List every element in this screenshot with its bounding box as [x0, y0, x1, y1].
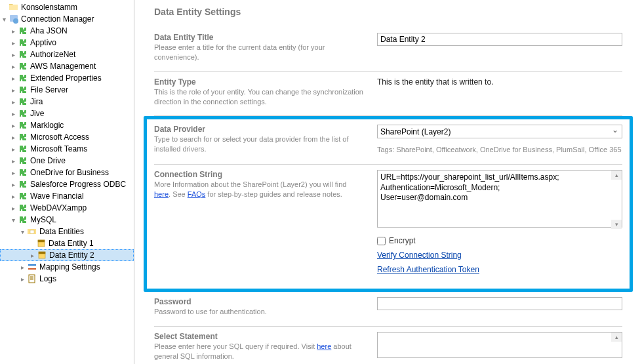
connection-icon — [18, 167, 28, 178]
tree-connection[interactable]: One Drive — [0, 155, 134, 167]
expand-icon[interactable] — [9, 204, 17, 212]
connstr-desc: More Information about the SharePoint (L… — [154, 180, 364, 199]
connstr-heading: Connection String — [154, 170, 364, 179]
tree-connection[interactable]: MySQL — [0, 214, 134, 226]
tree-connection-manager[interactable]: Connection Manager — [0, 13, 134, 25]
connection-icon — [18, 49, 28, 60]
connection-icon — [18, 203, 28, 213]
tree-entity-1[interactable]: Data Entity 1 — [0, 237, 134, 249]
connection-icon — [18, 73, 28, 83]
page-title: Data Entity Settings — [154, 7, 622, 20]
svg-rect-4 — [38, 240, 45, 242]
tree-logs[interactable]: Logs — [0, 273, 134, 285]
tree-connection[interactable]: AuthorizeNet — [0, 49, 134, 60]
scroll-down-icon[interactable]: ▾ — [611, 220, 622, 229]
expand-icon[interactable] — [9, 180, 17, 188]
expand-icon[interactable] — [18, 263, 26, 271]
expand-icon[interactable] — [9, 192, 17, 200]
provider-tags: Tags: SharePoint, Officeatwork, OneDrive… — [377, 145, 622, 155]
nav-tree: Konsolenstamm Connection Manager Aha JSO… — [0, 0, 134, 364]
svg-rect-6 — [39, 252, 45, 254]
tree-connection[interactable]: Jira — [0, 96, 134, 108]
tree-connection-label: Salesforce Progress ODBC — [30, 180, 126, 189]
connstr-faqs-link[interactable]: FAQs — [188, 190, 206, 198]
connection-icon — [18, 61, 28, 71]
tree-connection[interactable]: OneDrive for Business — [0, 167, 134, 178]
provider-select[interactable]: SharePoint (Layer2) — [377, 125, 622, 138]
expand-icon[interactable] — [9, 121, 17, 129]
logs-icon — [27, 273, 37, 284]
password-input[interactable] — [377, 297, 622, 310]
expand-icon[interactable] — [9, 86, 17, 94]
connection-icon — [18, 144, 28, 154]
expand-icon[interactable] — [18, 275, 26, 283]
expand-icon[interactable] — [9, 169, 17, 176]
tree-connection[interactable]: Wave Financial — [0, 190, 134, 202]
tree-connection[interactable]: WebDAVXampp — [0, 202, 134, 214]
expand-icon[interactable] — [9, 62, 17, 70]
mapping-label: Mapping Settings — [39, 262, 100, 272]
tree-connection[interactable]: Microsoft Teams — [0, 143, 134, 155]
entity-title-input[interactable] — [377, 33, 622, 46]
selectstmt-textarea[interactable] — [377, 332, 622, 358]
password-heading: Password — [154, 297, 364, 306]
entity-type-value: This is the entity that is written to. — [377, 77, 622, 87]
expand-icon[interactable] — [9, 51, 17, 58]
expand-icon[interactable] — [28, 251, 36, 259]
expand-icon[interactable] — [9, 27, 17, 35]
tree-connection[interactable]: Marklogic — [0, 119, 134, 131]
tree-connection[interactable]: Jive — [0, 108, 134, 119]
scroll-up-icon[interactable]: ▴ — [611, 171, 622, 180]
folder-icon — [9, 2, 19, 12]
logs-label: Logs — [39, 274, 56, 283]
tree-connection-label: Jive — [30, 109, 44, 118]
tree-connection[interactable]: File Server — [0, 84, 134, 96]
expand-icon[interactable] — [9, 145, 17, 153]
scroll-up-icon[interactable]: ▴ — [611, 333, 622, 342]
tree-connection[interactable]: Microsoft Access — [0, 131, 134, 143]
tree-connection[interactable]: Extended Properties — [0, 72, 134, 84]
connection-icon — [18, 179, 28, 190]
expand-icon[interactable] — [9, 157, 17, 165]
encrypt-checkbox-row[interactable]: Encrypt — [377, 236, 622, 245]
selectstmt-desc: Please enter here your SQL query if requ… — [154, 342, 364, 361]
connstr-here-link[interactable]: here — [154, 190, 169, 198]
verify-connstr-link[interactable]: Verify Connection String — [377, 251, 462, 260]
section-entity-title: Data Entity Title Please enter a title f… — [154, 28, 622, 72]
tree-mapping[interactable]: Mapping Settings — [0, 261, 134, 273]
connection-icon — [18, 37, 28, 48]
connection-icon — [18, 214, 28, 225]
refresh-token-link[interactable]: Refresh Authentication Token — [377, 265, 479, 274]
tree-connection[interactable]: AWS Management — [0, 60, 134, 72]
data-entities-icon — [27, 226, 37, 237]
tree-data-entities[interactable]: Data Entities — [0, 226, 134, 237]
expand-icon[interactable] — [9, 110, 17, 117]
connection-icon — [18, 155, 28, 166]
mapping-icon — [27, 262, 37, 272]
tree-root[interactable]: Konsolenstamm — [0, 1, 134, 13]
tree-connection[interactable]: Aha JSON — [0, 25, 134, 37]
expand-icon[interactable] — [9, 133, 17, 141]
highlighted-box: Data Provider Type to search for or sele… — [144, 116, 633, 292]
svg-point-1 — [13, 18, 18, 24]
selectstmt-here-link[interactable]: here — [317, 342, 331, 350]
section-entity-type: Entity Type This is the role of your ent… — [154, 72, 622, 117]
connstr-textarea[interactable] — [377, 170, 622, 228]
expand-icon[interactable] — [0, 15, 8, 23]
tree-connection[interactable]: Salesforce Progress ODBC — [0, 178, 134, 190]
section-connection-string: Connection String More Information about… — [154, 165, 622, 283]
data-entities-label: Data Entities — [39, 227, 84, 236]
tree-connection-label: Microsoft Access — [30, 132, 89, 142]
expand-icon[interactable] — [9, 39, 17, 47]
expand-icon[interactable] — [9, 98, 17, 106]
settings-pane: Data Entity Settings Data Entity Title P… — [134, 0, 642, 364]
password-desc: Password to use for authentication. — [154, 307, 364, 317]
collapse-icon[interactable] — [9, 216, 17, 224]
tree-entity-2[interactable]: Data Entity 2 — [0, 249, 134, 261]
expand-icon[interactable] — [9, 74, 17, 82]
encrypt-checkbox[interactable] — [377, 237, 386, 245]
tree-connection[interactable]: Apptivo — [0, 37, 134, 49]
svg-rect-7 — [29, 275, 35, 283]
collapse-icon[interactable] — [18, 228, 26, 235]
section-select-statement: Select Statement Please enter here your … — [154, 327, 622, 364]
